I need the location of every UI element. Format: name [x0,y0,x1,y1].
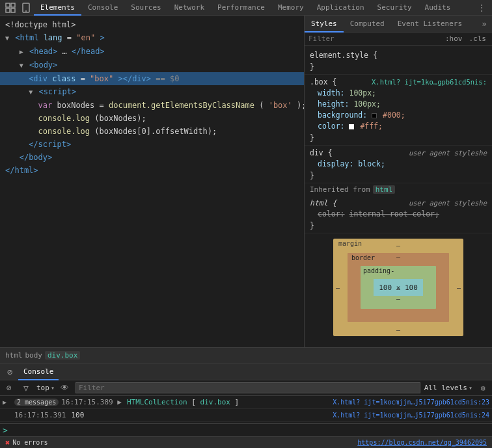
html-tag-line[interactable]: ▼ <html lang = "en" > [0,31,304,45]
border-label: border [351,254,375,261]
msg2-timestamp: 16:17:15.391 [14,411,66,419]
context-label: top [36,384,49,392]
div-dollar-sign: == $0 [156,74,179,83]
inherited-html-tag[interactable]: html [373,185,396,194]
body-expand-icon[interactable]: ▼ [20,62,23,69]
html-color-rule[interactable]: color: internal-root-color; [310,209,487,220]
console-filter-input[interactable] [75,382,420,393]
html-html-close-line[interactable]: </html> [0,164,304,177]
console-clear-toolbar-icon[interactable]: ⊘ [3,382,16,395]
html-style-close: } [310,220,487,231]
styles-tab-event-listeners[interactable]: Event Listeners [391,16,469,33]
console-tab-btn[interactable]: Console [18,363,59,380]
html-script-open-line[interactable]: ▼ <script> [0,85,304,99]
div-equals: = [81,74,85,83]
div-style-selector[interactable]: div { user agent styleshe [310,147,487,159]
console-input-field[interactable] [10,426,489,434]
msg1-bracket-close: ] [235,398,239,406]
code-line-3[interactable]: console.log (boxNodes[0].offsetWidth); [0,125,304,138]
html-body-close-line[interactable]: </body> [0,151,304,164]
styles-filter-bar: :hov .cls [305,33,492,46]
console-filter-icon[interactable]: ▽ [20,382,33,395]
console-eye-icon[interactable]: 👁 [59,382,72,395]
tab-network[interactable]: Network [168,0,211,16]
html-body-open-line[interactable]: ▼ <body> [0,59,304,72]
box-style-block: .box { X.html? ijt=1ko…gpb61cd5nis: widt… [305,75,492,146]
more-tabs-button[interactable]: ⋮ [474,0,489,16]
context-dropdown-icon[interactable]: ▾ [51,384,55,391]
tab-console[interactable]: Console [81,0,124,16]
console-settings-icon[interactable]: ⚙ [476,382,489,395]
tab-performance[interactable]: Performance [211,0,271,16]
element-style-block: element.style { } [305,48,492,75]
element-style-selector[interactable]: element.style { [310,49,487,61]
log-level-selector: All levels ▾ [424,384,472,392]
margin-label: margin [338,240,362,247]
tab-elements[interactable]: Elements [34,0,81,16]
msg1-html-collection[interactable]: HTMLColLection [127,398,187,406]
box-width-rule[interactable]: width: 100px; [310,88,487,99]
msg1-expand-icon[interactable]: ▶ [3,399,12,406]
body-close-tag: </body> [20,153,53,162]
inspect-element-icon[interactable] [3,0,18,16]
head-ellipsis: … [62,47,67,56]
log-level-dropdown-icon[interactable]: ▾ [469,384,472,391]
hov-button[interactable]: :hov [443,34,465,43]
box-height-rule[interactable]: height: 100px; [310,99,487,110]
box-style-selector[interactable]: .box { X.html? ijt=1ko…gpb61cd5nis: [310,76,487,88]
code-line-1[interactable]: var boxNodes = document.getElementsByCla… [0,99,304,112]
html-style-source: user agent styleshe [409,197,487,209]
status-bar: ✖ No errors https://blog.csdn.net/qq_394… [0,436,492,448]
html-div-line[interactable]: <div class = "box" ></div> == $0 [0,72,304,85]
msg1-source[interactable]: X.html? ijt=1kocmjjn…j5i77gpb61cd5nis:23 [333,399,489,406]
msg1-div-box[interactable]: div.box [200,398,230,406]
div-display-rule[interactable]: display: block; [310,159,487,170]
cls-button[interactable]: .cls [467,34,489,43]
console-message-2[interactable]: 16:17:15.391 100 X.html? ijt=1kocmjjn…j5… [0,409,492,422]
elements-content: <!doctype html> ▼ <html lang = "en" > ▶ … [0,16,304,347]
styles-filter-input[interactable] [308,34,441,43]
box-style-source[interactable]: X.html? ijt=1ko…gpb61cd5nis: [372,76,487,88]
box-model-diagram: margin – border – padding- 100 × 100 [333,239,463,336]
context-selector: top ▾ [36,384,55,392]
tab-application[interactable]: Application [310,0,371,16]
tab-security[interactable]: Security [371,0,418,16]
color-swatch[interactable] [349,124,354,129]
breadcrumb-div[interactable]: div.box [45,351,80,360]
styles-tab-computed[interactable]: Computed [344,16,391,33]
html-close-bracket: > [100,33,104,42]
console-clear-icon[interactable]: ⊘ [3,365,17,379]
msg2-source[interactable]: X.html? ijt=1kocmjjn…j5i77gpb61cd5nis:24 [333,412,489,419]
styles-more-tabs[interactable]: » [476,16,492,33]
msg2-text: 100 [71,411,84,419]
boxnodes-decl: boxNodes = [57,101,109,110]
console-log-args: (boxNodes); [94,114,146,123]
styles-tab-styles[interactable]: Styles [305,16,344,33]
styles-tabs: Styles Computed Event Listeners » [305,16,492,33]
tab-sources[interactable]: Sources [124,0,167,16]
tab-audits[interactable]: Audits [418,0,458,16]
tab-memory[interactable]: Memory [271,0,310,16]
html-script-close-line[interactable]: </script> [0,138,304,151]
breadcrumb-body[interactable]: body [25,351,43,360]
html-expand-icon[interactable]: ▼ [5,34,9,42]
mobile-device-icon[interactable] [18,0,34,16]
inherited-from-label: Inherited from html [305,183,492,196]
box-background-rule[interactable]: background: #000; [310,110,487,121]
div-class-attr: class [52,74,75,83]
breadcrumb-html[interactable]: html [5,351,23,360]
div-style-close: } [310,170,487,181]
head-expand-icon[interactable]: ▶ [20,48,23,55]
html-style-selector[interactable]: html { user agent styleshe [310,197,487,209]
html-close-tag: </html> [5,166,38,175]
html-head-line[interactable]: ▶ <head> … </head> [0,45,304,59]
console-message-1[interactable]: ▶ 2 messages 16:17:15.389 ▶ HTMLColLecti… [0,396,492,409]
padding-top-val: – [396,285,400,293]
log-level-label: All levels [424,384,467,392]
console-url-link[interactable]: https://blog.csdn.net/qq_39462095 [357,439,487,446]
code-line-2[interactable]: console.log (boxNodes); [0,112,304,125]
background-color-swatch[interactable] [372,113,377,118]
script-expand-icon[interactable]: ▼ [29,88,33,96]
html-doctype-line[interactable]: <!doctype html> [0,18,304,31]
box-color-rule[interactable]: color: #fff; [310,121,487,132]
